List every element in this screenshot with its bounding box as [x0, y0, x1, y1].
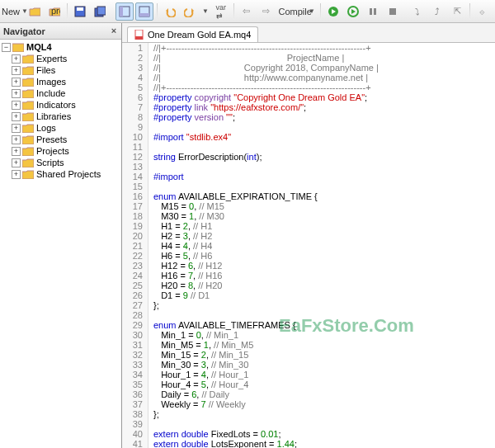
- tree-item-projects[interactable]: +Projects: [0, 145, 121, 157]
- tree-item-logs[interactable]: +Logs: [0, 122, 121, 134]
- code-line[interactable]: 1//|+-----------------------------------…: [122, 43, 495, 53]
- save-button[interactable]: [71, 2, 89, 21]
- folder-icon: [22, 169, 34, 179]
- line-source: M30 = 1, // M30: [148, 211, 224, 221]
- expand-icon[interactable]: +: [12, 158, 21, 167]
- code-line[interactable]: 19 H1 = 2, // H1: [122, 221, 495, 231]
- nav-back-button[interactable]: ⇦: [238, 2, 256, 21]
- code-line[interactable]: 18 M30 = 1, // M30: [122, 211, 495, 221]
- code-line[interactable]: 11: [122, 142, 495, 152]
- code-line[interactable]: 40extern double FixedLots = 0.01;: [122, 429, 495, 439]
- tree-item-shared-projects[interactable]: +Shared Projects: [0, 168, 121, 180]
- expand-icon[interactable]: +: [12, 112, 21, 121]
- code-line[interactable]: 3//| Copyright 2018, CompanyName |: [122, 63, 495, 73]
- prof-button[interactable]: prof: [45, 2, 64, 21]
- tree-item-scripts[interactable]: +Scripts: [0, 157, 121, 168]
- code-line[interactable]: 37 Weekly = 7 // Weekly: [122, 399, 495, 409]
- code-line[interactable]: 6#property copyright "Copyright One Drea…: [122, 92, 495, 102]
- nav-fwd-button[interactable]: ⇨: [257, 2, 276, 21]
- code-line[interactable]: 33 Min_30 = 3, // Min_30: [122, 360, 495, 370]
- panel1-button[interactable]: [116, 2, 134, 21]
- undo-button[interactable]: [161, 2, 179, 21]
- close-icon[interactable]: ×: [108, 25, 120, 36]
- code-line[interactable]: 12string ErrorDescription(int);: [122, 152, 495, 162]
- expand-icon[interactable]: +: [12, 147, 21, 156]
- tree-item-presets[interactable]: +Presets: [0, 134, 121, 145]
- step-over-button[interactable]: ⤴: [428, 2, 446, 21]
- code-line[interactable]: 14#import: [122, 172, 495, 182]
- run-button[interactable]: [324, 2, 342, 21]
- code-line[interactable]: 17 M15 = 0, // M15: [122, 201, 495, 211]
- tree-item-libraries[interactable]: +Libraries: [0, 111, 121, 122]
- code-line[interactable]: 10#import "stdlib.ex4": [122, 132, 495, 142]
- code-line[interactable]: 20 H2 = 3, // H2: [122, 231, 495, 241]
- expand-icon[interactable]: +: [12, 101, 21, 110]
- code-line[interactable]: 35 Hour_4 = 5, // Hour_4: [122, 380, 495, 389]
- compile-button[interactable]: Compile: [282, 2, 305, 21]
- pause-button[interactable]: [364, 2, 382, 21]
- line-source: Weekly = 7 // Weekly: [148, 399, 246, 409]
- redo-button[interactable]: [181, 2, 199, 21]
- expand-icon[interactable]: +: [12, 78, 21, 87]
- step-out-button[interactable]: ⇱: [448, 2, 466, 21]
- expand-icon[interactable]: +: [12, 54, 21, 64]
- line-number: 4: [122, 73, 148, 83]
- code-line[interactable]: 13: [122, 162, 495, 172]
- code-line[interactable]: 29enum AVAILABLE_TIMEFRAMES {: [122, 320, 495, 330]
- code-line[interactable]: 21 H4 = 4, // H4: [122, 241, 495, 251]
- code-line[interactable]: 36 Daily = 6, // Daily: [122, 389, 495, 399]
- code-line[interactable]: 30 Min_1 = 0, // Min_1: [122, 330, 495, 340]
- tree-item-label: Scripts: [36, 158, 64, 167]
- code-line[interactable]: 16enum AVAILABLE_EXPIRATION_TIME {: [122, 191, 495, 201]
- tree-item-files[interactable]: +Files: [0, 64, 121, 76]
- var-button[interactable]: var⇄: [212, 2, 230, 21]
- code-line[interactable]: 25 H20 = 8, // H20: [122, 281, 495, 290]
- expand-icon[interactable]: +: [12, 89, 21, 98]
- expand-icon[interactable]: +: [12, 170, 21, 179]
- tree-item-indicators[interactable]: +Indicators: [0, 99, 121, 111]
- code-line[interactable]: 38};: [122, 409, 495, 419]
- debug-button[interactable]: [344, 2, 362, 21]
- code-editor[interactable]: EaFxStore.Com 1//|+---------------------…: [122, 43, 495, 448]
- file-tab[interactable]: One Dream Gold EA.mq4: [127, 26, 258, 42]
- save-all-button[interactable]: [91, 2, 109, 21]
- code-line[interactable]: 41extern double LotsExponent = 1.44;: [122, 439, 495, 448]
- code-line[interactable]: 5//|+-----------------------------------…: [122, 83, 495, 92]
- tree-item-include[interactable]: +Include: [0, 87, 121, 99]
- chevron-down-icon[interactable]: ▼: [200, 7, 210, 15]
- code-line[interactable]: 39: [122, 419, 495, 429]
- panel2-button[interactable]: [135, 2, 153, 21]
- open-button[interactable]: [26, 2, 44, 21]
- code-line[interactable]: 34 Hour_1 = 4, // Hour_1: [122, 370, 495, 380]
- tree-item-images[interactable]: +Images: [0, 76, 121, 87]
- code-line[interactable]: 2//| ProjectName |: [122, 53, 495, 63]
- code-line[interactable]: 31 Min_M5 = 1, // Min_M5: [122, 340, 495, 350]
- code-line[interactable]: 4//| http://www.companyname.net |: [122, 73, 495, 83]
- code-line[interactable]: 24 H16 = 7, // H16: [122, 271, 495, 281]
- chevron-down-icon[interactable]: ▼: [307, 7, 317, 15]
- code-line[interactable]: 27};: [122, 300, 495, 310]
- stop-button[interactable]: [384, 2, 402, 21]
- collapse-icon[interactable]: −: [2, 43, 11, 52]
- step-into-button[interactable]: ⤵: [408, 2, 427, 21]
- tree-item-experts[interactable]: +Experts: [0, 53, 121, 64]
- terminal-button[interactable]: ⟐: [474, 2, 492, 21]
- expand-icon[interactable]: +: [12, 135, 21, 144]
- code-line[interactable]: 7#property link "https://eafxstore.com/"…: [122, 102, 495, 112]
- new-button[interactable]: New ▼: [3, 2, 24, 21]
- code-line[interactable]: 28: [122, 310, 495, 320]
- line-source: Daily = 6, // Daily: [148, 389, 229, 399]
- line-source: extern double FixedLots = 0.01;: [148, 429, 280, 439]
- code-line[interactable]: 15: [122, 182, 495, 191]
- code-line[interactable]: 22 H6 = 5, // H6: [122, 251, 495, 261]
- expand-icon[interactable]: +: [12, 66, 21, 75]
- code-line[interactable]: 8#property version "";: [122, 112, 495, 122]
- line-number: 27: [122, 300, 148, 310]
- code-line[interactable]: 32 Min_15 = 2, // Min_15: [122, 350, 495, 360]
- code-line[interactable]: 26 D1 = 9 // D1: [122, 290, 495, 300]
- expand-icon[interactable]: +: [12, 124, 21, 133]
- code-line[interactable]: 23 H12 = 6, // H12: [122, 261, 495, 271]
- code-line[interactable]: 9: [122, 122, 495, 132]
- tree-root[interactable]: − MQL4: [0, 41, 121, 53]
- line-number: 5: [122, 83, 148, 92]
